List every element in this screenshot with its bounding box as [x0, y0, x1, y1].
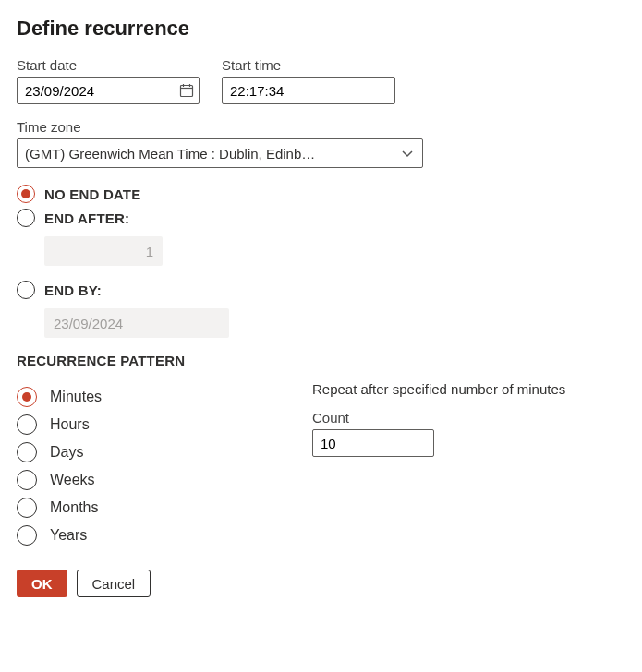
end-after-label: END AFTER:	[44, 210, 129, 226]
calendar-icon[interactable]	[179, 83, 194, 98]
count-label: Count	[312, 410, 625, 426]
pattern-label-minutes: Minutes	[50, 389, 102, 405]
radio-icon	[17, 498, 37, 518]
pattern-option-months[interactable]: Months	[17, 498, 294, 518]
radio-icon	[17, 209, 35, 227]
page-title: Define recurrence	[17, 17, 625, 41]
radio-icon	[17, 387, 37, 407]
repeat-description: Repeat after specified number of minutes	[312, 381, 625, 397]
svg-rect-0	[181, 86, 193, 97]
radio-icon	[17, 185, 35, 203]
no-end-date-option[interactable]: NO END DATE	[17, 185, 625, 203]
end-by-date-input[interactable]	[44, 308, 229, 338]
end-by-option[interactable]: END BY:	[17, 281, 625, 299]
pattern-option-minutes[interactable]: Minutes	[17, 387, 294, 407]
cancel-button[interactable]: Cancel	[77, 570, 151, 597]
pattern-option-hours[interactable]: Hours	[17, 414, 294, 435]
pattern-option-days[interactable]: Days	[17, 442, 294, 462]
start-date-input[interactable]	[17, 77, 200, 104]
start-date-label: Start date	[17, 57, 200, 73]
time-zone-select[interactable]: (GMT) Greenwich Mean Time : Dublin, Edin…	[17, 138, 423, 168]
pattern-label-weeks: Weeks	[50, 472, 95, 488]
radio-icon	[17, 281, 35, 299]
ok-button[interactable]: OK	[17, 570, 67, 597]
end-after-option[interactable]: END AFTER:	[17, 209, 625, 227]
radio-icon	[17, 414, 37, 435]
radio-icon	[17, 470, 37, 490]
start-time-input[interactable]	[222, 77, 395, 104]
end-by-label: END BY:	[44, 282, 102, 298]
no-end-date-label: NO END DATE	[44, 186, 140, 202]
start-time-label: Start time	[222, 57, 395, 73]
recurrence-pattern-header: RECURRENCE PATTERN	[17, 353, 625, 368]
pattern-option-weeks[interactable]: Weeks	[17, 470, 294, 490]
pattern-label-months: Months	[50, 499, 98, 516]
pattern-option-years[interactable]: Years	[17, 525, 294, 546]
time-zone-value: (GMT) Greenwich Mean Time : Dublin, Edin…	[25, 146, 315, 162]
time-zone-label: Time zone	[17, 119, 625, 135]
radio-icon	[17, 525, 37, 546]
pattern-label-hours: Hours	[50, 416, 90, 433]
radio-icon	[17, 442, 37, 462]
pattern-label-days: Days	[50, 444, 83, 461]
end-after-count-input[interactable]	[44, 236, 163, 266]
count-input[interactable]	[312, 429, 434, 457]
chevron-down-icon	[400, 146, 415, 161]
pattern-label-years: Years	[50, 527, 87, 544]
